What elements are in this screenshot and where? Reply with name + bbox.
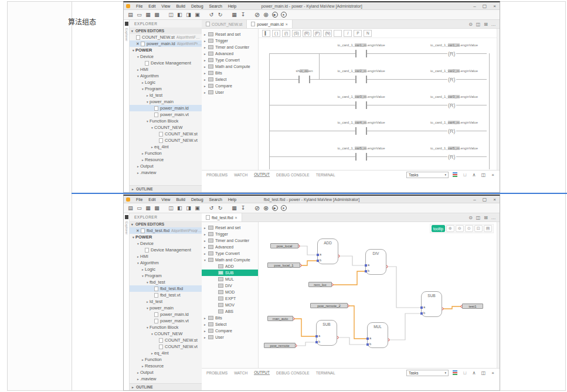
toolbar-icon[interactable]: ⊗ — [262, 204, 270, 212]
tasks-select[interactable]: Tasks▾ — [406, 370, 449, 376]
tree-item[interactable]: ▸ eq_4int — [130, 350, 202, 356]
ladder-element-button[interactable]: (/) — [282, 30, 290, 37]
toolbar-icon[interactable]: ▶ — [270, 204, 279, 212]
chevron-icon[interactable]: ▸ — [141, 81, 145, 84]
menu-item[interactable]: Search — [206, 4, 225, 8]
chevron-icon[interactable]: ▸ — [136, 371, 140, 374]
editor-action-icon[interactable]: ⊙ — [467, 22, 474, 27]
palette-item[interactable]: ▸ Reset and set — [202, 31, 258, 38]
toolbar-icon[interactable]: ▦ — [230, 11, 239, 19]
editor-action-icon[interactable]: ⊞ — [482, 215, 490, 220]
tree-item[interactable]: ▸ Output — [130, 163, 202, 169]
chevron-icon[interactable]: ▾ — [145, 281, 150, 284]
tree-item[interactable]: ▸ ld_test — [130, 298, 202, 305]
chevron-icon[interactable]: ▾ — [145, 100, 150, 104]
toolbar-icon[interactable]: ▭ — [135, 11, 144, 19]
reset-coil-symbol[interactable]: (R) — [447, 76, 456, 83]
clear-output-icon[interactable]: ⊔ — [461, 172, 468, 178]
ladder-element-button[interactable]: ▍ — [262, 30, 270, 37]
palette-item[interactable]: SUB — [202, 270, 258, 276]
tree-item[interactable]: power_main.vt — [130, 111, 202, 118]
fbd-output-test1[interactable]: test1 — [462, 304, 483, 309]
menu-item[interactable]: Search — [206, 197, 225, 202]
toolbar-icon[interactable]: ▦ — [144, 11, 152, 19]
toolbar-icon[interactable]: ↻ — [216, 11, 225, 19]
output-list-icon[interactable] — [453, 372, 457, 373]
toolbar-icon[interactable]: ⊘ — [253, 11, 262, 19]
fbd-block-add[interactable]: ADD a b — [317, 238, 338, 264]
tree-item[interactable]: ▾ Program — [130, 272, 202, 279]
palette-item[interactable]: ▸ Select — [202, 76, 258, 83]
tree-item[interactable]: ▾ POWER — [130, 234, 202, 240]
chevron-icon[interactable]: ▸ — [141, 358, 145, 362]
tree-item[interactable]: ▾ Device — [130, 53, 202, 60]
palette-item[interactable]: ▸ Trigger — [202, 231, 258, 237]
fbd-input-pow-remote-2[interactable]: pow_remote_2 — [310, 303, 348, 308]
palette-item[interactable]: ▸ Compare — [202, 328, 258, 334]
chevron-icon[interactable]: ▾ — [141, 87, 145, 91]
tree-item[interactable]: ▸ Function — [130, 356, 202, 363]
contact-symbol[interactable] — [355, 76, 367, 83]
zoom-out-icon[interactable]: ⊖ — [456, 225, 464, 232]
tooltip-toggle-button[interactable]: tooltip — [432, 225, 445, 232]
tree-item[interactable]: COUNT_NEW.vt — [130, 137, 202, 144]
tree-item[interactable]: ▾ Function Block — [130, 118, 202, 124]
ladder-element-button[interactable] — [334, 30, 342, 37]
open-editor-item[interactable]: ✕ fbd_test.fbdAlgorithm\Program\fb... — [130, 227, 202, 234]
palette-item[interactable]: ▸ Select — [202, 321, 258, 328]
tree-item[interactable]: ▸ Logic — [130, 79, 202, 86]
coil[interactable]: io_card_1_var2_m.enginValue (R) — [393, 64, 480, 90]
coil[interactable]: io_card_1_var3_m.enginValue (R) — [393, 90, 480, 115]
chevron-icon[interactable]: ▸ — [141, 152, 145, 155]
chevron-icon[interactable]: ▾ — [150, 332, 154, 336]
tree-item[interactable]: ▾ COUNT_NEW — [130, 330, 202, 337]
tree-item[interactable]: ▾ fbd_test — [130, 279, 202, 285]
panel-layout-icon[interactable]: ◫ — [480, 370, 487, 376]
menu-item[interactable]: Help — [225, 197, 239, 202]
close-button[interactable]: × — [490, 197, 500, 202]
palette-item[interactable]: ▸ User — [202, 89, 258, 96]
reset-coil-symbol[interactable]: (R) — [447, 128, 456, 135]
toolbar-icon[interactable]: ▤ — [126, 204, 135, 212]
palette-item[interactable]: ▸ Timer and Counter — [202, 237, 258, 244]
palette-item[interactable]: ▸ Compare — [202, 83, 258, 89]
tree-item[interactable]: ▸ .maview — [130, 169, 202, 176]
menu-item[interactable]: View — [158, 197, 173, 202]
tree-item[interactable]: power_main.ld — [130, 311, 202, 318]
print-icon[interactable]: ▤ — [484, 225, 492, 232]
palette-item[interactable]: ▸ Type Convert — [202, 250, 258, 257]
tree-item[interactable]: ▾ COUNT_NEW — [130, 124, 202, 131]
tree-item[interactable]: ▾ POWER — [130, 47, 202, 53]
open-editors-header[interactable]: ▾OPEN EDITORS — [130, 28, 202, 34]
editor-action-icon[interactable]: … — [490, 22, 497, 27]
toolbar-icon[interactable]: ▭ — [135, 204, 144, 212]
maximize-panel-icon[interactable]: ∧ — [471, 370, 477, 376]
chevron-icon[interactable]: ▾ — [131, 49, 135, 52]
tree-item[interactable]: ▾ Algorithm — [130, 73, 202, 79]
toolbar-icon[interactable]: ▦ — [144, 204, 152, 212]
toolbar-icon[interactable]: ▩ — [152, 11, 161, 19]
panel-tab-terminal[interactable]: TERMINAL — [316, 371, 335, 375]
chevron-icon[interactable]: ▸ — [136, 377, 140, 381]
toolbar-icon[interactable]: ⊗ — [262, 11, 270, 19]
toolbar-icon[interactable]: ◧ — [175, 11, 184, 19]
toolbar-icon[interactable]: ▩ — [152, 204, 161, 212]
panel-tab-debug-console[interactable]: DEBUG CONSOLE — [276, 371, 310, 375]
fbd-block-mul[interactable]: MUL a b — [367, 322, 388, 348]
palette-item[interactable]: MOV — [202, 302, 258, 308]
close-button[interactable]: × — [490, 4, 500, 9]
tree-item[interactable]: ▾ Algorithm — [130, 260, 202, 266]
menu-item[interactable]: Help — [225, 4, 239, 8]
palette-item[interactable]: ▸ Advanced — [202, 244, 258, 250]
restore-button[interactable]: ▢ — [480, 197, 490, 202]
ladder-element-button[interactable]: ( ) — [272, 30, 280, 37]
palette-item[interactable]: ▸ Bits — [202, 70, 258, 76]
tree-item[interactable]: ▸ Output — [130, 369, 202, 376]
ladder-element-button[interactable]: / — [344, 30, 352, 37]
reset-coil-symbol[interactable]: (R) — [447, 50, 456, 57]
toolbar-icon[interactable]: ↺ — [207, 11, 216, 19]
ladder-element-button[interactable]: (N) — [323, 30, 332, 37]
palette-item[interactable]: ADD — [202, 263, 258, 270]
restore-button[interactable]: ▢ — [480, 4, 490, 9]
vertical-scrollbar[interactable] — [497, 222, 500, 368]
